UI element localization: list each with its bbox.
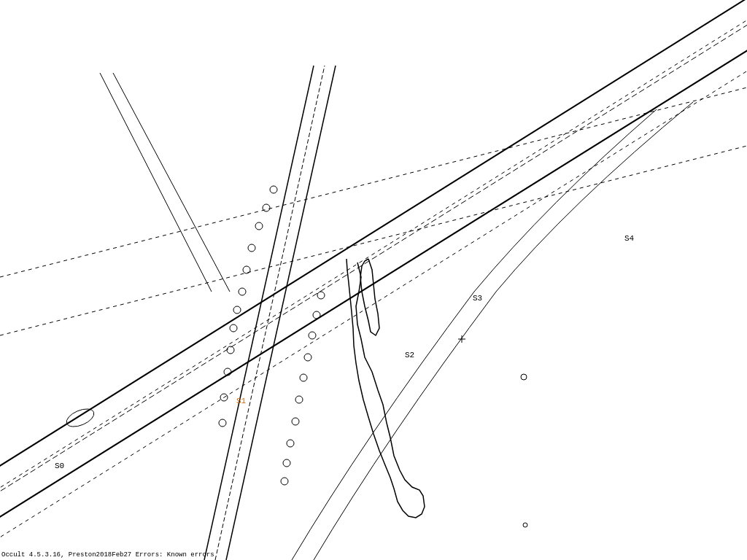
star-label: Star: bbox=[1, 22, 133, 32]
mag-drop-label: Mag Drop = bbox=[226, 34, 270, 42]
sun-dist: Sun : Dist =94 deg bbox=[226, 44, 336, 55]
page-title: 119 Althaea occults TYC 6297-00792-1 on … bbox=[1, 1, 406, 12]
illum-label: : bbox=[226, 67, 231, 75]
max-duration-value: 4.2 secs bbox=[292, 23, 327, 31]
max-duration: Max Duration = 4.2 secs bbox=[226, 22, 336, 33]
title-text: 119 Althaea occults TYC 6297-00792-1 on … bbox=[1, 1, 406, 12]
mag-drop: Mag Drop = 1.8 (0.0r) bbox=[226, 33, 336, 44]
asteroid-hourly-dra: Hourly dRA = 2.035s bbox=[626, 66, 740, 77]
max-duration-label: Max Duration = bbox=[226, 23, 287, 31]
occultation-info-panel: Max Duration = 4.2 secs Mag Drop = 1.8 (… bbox=[226, 22, 336, 88]
moon-dist-value: Dist =117 deg bbox=[252, 56, 309, 64]
asteroid-dia: Dia = 61km, 0.036" bbox=[626, 44, 740, 55]
star-ofdate: [of Date: 19 25 25, -15 59 24] bbox=[1, 63, 133, 73]
asteroid-header: Asteroid: (in DAMIT, ISAM) bbox=[626, 22, 740, 33]
sun-label: Sun : bbox=[226, 45, 248, 53]
moon-dist: Moon: Dist =117 deg bbox=[226, 55, 336, 66]
error-ellipse: E 0.016"x 0.010" in PA 82 bbox=[226, 77, 336, 88]
footer-text: Occult 4.5.3.16, Preston2018Feb27 Errors… bbox=[1, 551, 214, 559]
mag-drop-value: 1.8 (0.0r) bbox=[274, 34, 318, 42]
asteroid-mag: Mag =13.4 bbox=[626, 33, 740, 44]
footer: Occult 4.5.3.16, Preston2018Feb27 Errors… bbox=[1, 551, 214, 559]
star-chart bbox=[7, 73, 204, 270]
star-dec: Dec = -16 1 37.778 bbox=[1, 52, 133, 63]
moon-label: Moon: bbox=[226, 56, 248, 64]
illum: : illum = 3 % bbox=[226, 66, 336, 77]
star-chart-canvas bbox=[8, 74, 204, 270]
asteroid-info-panel: Asteroid: (in DAMIT, ISAM) Mag =13.4 Dia… bbox=[626, 22, 740, 88]
asteroid-ddec: dDec = 11.08" bbox=[626, 77, 740, 88]
main-container: 119 Althaea occults TYC 6297-00792-1 on … bbox=[0, 0, 747, 560]
star-mv: Mv = 11.8 bbox=[1, 32, 133, 42]
star-ra: RA = 19 24 22.7433 (J2000) bbox=[1, 42, 133, 52]
illum-value: illum = 3 % bbox=[235, 67, 283, 75]
asteroid-parallax: Parallax = 3.809" bbox=[626, 55, 740, 66]
sun-dist-value: Dist =94 deg bbox=[252, 45, 305, 53]
